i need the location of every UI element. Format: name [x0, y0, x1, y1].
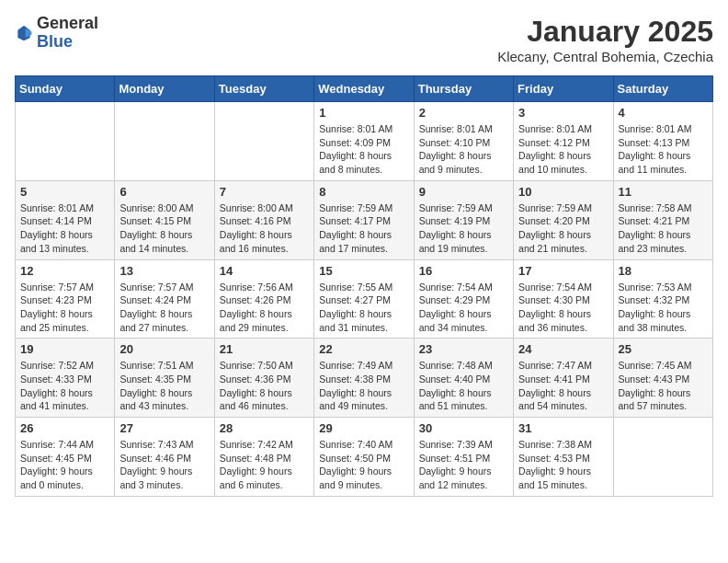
- calendar-cell: 11Sunrise: 7:58 AMSunset: 4:21 PMDayligh…: [613, 180, 712, 259]
- cell-content: Sunrise: 7:54 AMSunset: 4:30 PMDaylight:…: [518, 281, 608, 335]
- calendar-cell: 26Sunrise: 7:44 AMSunset: 4:45 PMDayligh…: [16, 418, 115, 497]
- calendar-cell: [214, 102, 313, 181]
- calendar-week-row: 1Sunrise: 8:01 AMSunset: 4:09 PMDaylight…: [16, 102, 713, 181]
- cell-content: Sunrise: 8:01 AMSunset: 4:13 PMDaylight:…: [619, 122, 708, 177]
- cell-content: Sunrise: 7:43 AMSunset: 4:46 PMDaylight:…: [119, 438, 209, 492]
- calendar-cell: 12Sunrise: 7:57 AMSunset: 4:23 PMDayligh…: [16, 259, 115, 339]
- day-number: 5: [20, 185, 109, 199]
- cell-content: Sunrise: 7:57 AMSunset: 4:24 PMDaylight:…: [119, 281, 209, 335]
- calendar-cell: 29Sunrise: 7:40 AMSunset: 4:50 PMDayligh…: [314, 418, 414, 497]
- calendar-cell: 6Sunrise: 8:00 AMSunset: 4:15 PMDaylight…: [115, 180, 214, 259]
- calendar-cell: 31Sunrise: 7:38 AMSunset: 4:53 PMDayligh…: [514, 418, 613, 497]
- title-block: January 2025 Klecany, Central Bohemia, C…: [497, 15, 713, 64]
- weekday-header: Sunday: [16, 76, 115, 102]
- cell-content: Sunrise: 7:53 AMSunset: 4:32 PMDaylight:…: [619, 281, 708, 335]
- cell-content: Sunrise: 7:45 AMSunset: 4:43 PMDaylight:…: [619, 359, 708, 413]
- weekday-header: Wednesday: [314, 76, 414, 102]
- logo: General Blue: [15, 15, 98, 52]
- cell-content: Sunrise: 8:00 AMSunset: 4:16 PMDaylight:…: [220, 201, 309, 256]
- day-number: 13: [119, 264, 209, 278]
- logo-icon: [15, 24, 33, 42]
- calendar-cell: [16, 102, 115, 181]
- cell-content: Sunrise: 8:01 AMSunset: 4:10 PMDaylight:…: [419, 122, 508, 177]
- calendar-cell: 30Sunrise: 7:39 AMSunset: 4:51 PMDayligh…: [414, 418, 513, 497]
- page-header: General Blue January 2025 Klecany, Centr…: [15, 15, 713, 64]
- cell-content: Sunrise: 7:59 AMSunset: 4:17 PMDaylight:…: [319, 201, 408, 256]
- day-number: 31: [518, 421, 608, 435]
- calendar-cell: 24Sunrise: 7:47 AMSunset: 4:41 PMDayligh…: [514, 339, 613, 418]
- day-number: 7: [220, 185, 309, 199]
- logo-general-text: General: [37, 15, 98, 33]
- cell-content: Sunrise: 7:55 AMSunset: 4:27 PMDaylight:…: [319, 281, 408, 335]
- day-number: 19: [20, 342, 109, 356]
- cell-content: Sunrise: 7:44 AMSunset: 4:45 PMDaylight:…: [20, 438, 109, 492]
- calendar-cell: 2Sunrise: 8:01 AMSunset: 4:10 PMDaylight…: [414, 102, 513, 181]
- calendar-cell: 10Sunrise: 7:59 AMSunset: 4:20 PMDayligh…: [514, 180, 613, 259]
- cell-content: Sunrise: 7:47 AMSunset: 4:41 PMDaylight:…: [518, 359, 608, 413]
- day-number: 2: [419, 106, 508, 120]
- day-number: 16: [419, 264, 508, 278]
- day-number: 21: [220, 342, 309, 356]
- calendar-cell: 5Sunrise: 8:01 AMSunset: 4:14 PMDaylight…: [16, 180, 115, 259]
- day-number: 6: [119, 185, 209, 199]
- cell-content: Sunrise: 7:40 AMSunset: 4:50 PMDaylight:…: [319, 438, 408, 492]
- calendar-cell: 17Sunrise: 7:54 AMSunset: 4:30 PMDayligh…: [514, 259, 613, 339]
- day-number: 3: [518, 106, 608, 120]
- cell-content: Sunrise: 7:57 AMSunset: 4:23 PMDaylight:…: [20, 281, 109, 335]
- weekday-header: Monday: [115, 76, 214, 102]
- calendar-cell: 19Sunrise: 7:52 AMSunset: 4:33 PMDayligh…: [16, 339, 115, 418]
- cell-content: Sunrise: 7:39 AMSunset: 4:51 PMDaylight:…: [419, 438, 508, 492]
- cell-content: Sunrise: 7:58 AMSunset: 4:21 PMDaylight:…: [619, 201, 708, 256]
- cell-content: Sunrise: 7:50 AMSunset: 4:36 PMDaylight:…: [220, 359, 309, 413]
- cell-content: Sunrise: 7:52 AMSunset: 4:33 PMDaylight:…: [20, 359, 109, 413]
- location: Klecany, Central Bohemia, Czechia: [497, 49, 713, 64]
- cell-content: Sunrise: 7:59 AMSunset: 4:20 PMDaylight:…: [518, 201, 608, 256]
- day-number: 8: [319, 185, 408, 199]
- cell-content: Sunrise: 7:56 AMSunset: 4:26 PMDaylight:…: [220, 281, 309, 335]
- day-number: 25: [619, 342, 708, 356]
- calendar-week-row: 5Sunrise: 8:01 AMSunset: 4:14 PMDaylight…: [16, 180, 713, 259]
- calendar-cell: 25Sunrise: 7:45 AMSunset: 4:43 PMDayligh…: [613, 339, 712, 418]
- day-number: 29: [319, 421, 408, 435]
- weekday-header: Tuesday: [214, 76, 313, 102]
- cell-content: Sunrise: 8:00 AMSunset: 4:15 PMDaylight:…: [119, 201, 209, 256]
- day-number: 24: [518, 342, 608, 356]
- cell-content: Sunrise: 8:01 AMSunset: 4:12 PMDaylight:…: [518, 122, 608, 177]
- day-number: 15: [319, 264, 408, 278]
- day-number: 11: [619, 185, 708, 199]
- calendar-cell: 20Sunrise: 7:51 AMSunset: 4:35 PMDayligh…: [115, 339, 214, 418]
- calendar-cell: 1Sunrise: 8:01 AMSunset: 4:09 PMDaylight…: [314, 102, 414, 181]
- day-number: 28: [220, 421, 309, 435]
- logo-text: General Blue: [37, 15, 98, 52]
- calendar-cell: 3Sunrise: 8:01 AMSunset: 4:12 PMDaylight…: [514, 102, 613, 181]
- calendar-cell: 23Sunrise: 7:48 AMSunset: 4:40 PMDayligh…: [414, 339, 513, 418]
- logo-blue-text: Blue: [37, 33, 98, 52]
- cell-content: Sunrise: 7:59 AMSunset: 4:19 PMDaylight:…: [419, 201, 508, 256]
- calendar-cell: 28Sunrise: 7:42 AMSunset: 4:48 PMDayligh…: [214, 418, 313, 497]
- day-number: 18: [619, 264, 708, 278]
- month-title: January 2025: [497, 15, 713, 49]
- calendar-cell: 14Sunrise: 7:56 AMSunset: 4:26 PMDayligh…: [214, 259, 313, 339]
- calendar-cell: 18Sunrise: 7:53 AMSunset: 4:32 PMDayligh…: [613, 259, 712, 339]
- day-number: 12: [20, 264, 109, 278]
- calendar-week-row: 12Sunrise: 7:57 AMSunset: 4:23 PMDayligh…: [16, 259, 713, 339]
- weekday-header: Friday: [514, 76, 613, 102]
- calendar-week-row: 26Sunrise: 7:44 AMSunset: 4:45 PMDayligh…: [16, 418, 713, 497]
- calendar-cell: 7Sunrise: 8:00 AMSunset: 4:16 PMDaylight…: [214, 180, 313, 259]
- day-number: 27: [119, 421, 209, 435]
- day-number: 20: [119, 342, 209, 356]
- calendar-cell: [613, 418, 712, 497]
- calendar-table: SundayMondayTuesdayWednesdayThursdayFrid…: [15, 75, 713, 497]
- day-number: 26: [20, 421, 109, 435]
- calendar-cell: 4Sunrise: 8:01 AMSunset: 4:13 PMDaylight…: [613, 102, 712, 181]
- weekday-header: Thursday: [414, 76, 513, 102]
- cell-content: Sunrise: 8:01 AMSunset: 4:09 PMDaylight:…: [319, 122, 408, 177]
- day-number: 4: [619, 106, 708, 120]
- calendar-cell: 27Sunrise: 7:43 AMSunset: 4:46 PMDayligh…: [115, 418, 214, 497]
- weekday-header-row: SundayMondayTuesdayWednesdayThursdayFrid…: [16, 76, 713, 102]
- day-number: 17: [518, 264, 608, 278]
- calendar-cell: 16Sunrise: 7:54 AMSunset: 4:29 PMDayligh…: [414, 259, 513, 339]
- day-number: 30: [419, 421, 508, 435]
- day-number: 22: [319, 342, 408, 356]
- calendar-cell: 13Sunrise: 7:57 AMSunset: 4:24 PMDayligh…: [115, 259, 214, 339]
